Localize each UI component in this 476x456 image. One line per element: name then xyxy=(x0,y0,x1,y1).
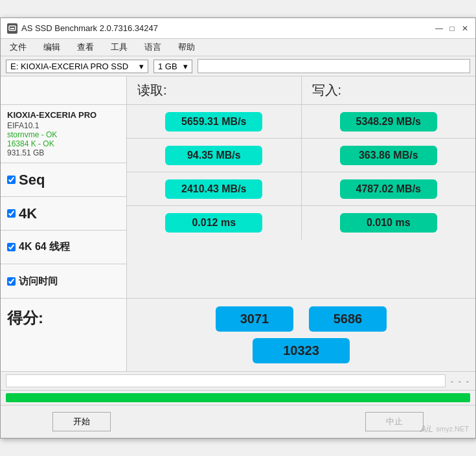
read-header: 读取: xyxy=(127,76,302,104)
app-icon xyxy=(7,23,17,34)
access-row-label: 访问时间 xyxy=(1,264,126,298)
window-controls: — □ ✕ xyxy=(435,25,469,32)
left-info-panel: KIOXIA-EXCERIA PRO EIFA10.1 stornvme - O… xyxy=(1,105,127,298)
4k-write-cell: 363.86 MB/s xyxy=(302,139,476,172)
status-bar: - - - xyxy=(1,372,475,391)
seq-checkbox[interactable] xyxy=(7,176,16,184)
app-window: AS SSD Benchmark 2.0.7316.34247 — □ ✕ 文件… xyxy=(0,17,476,439)
watermark-area: AiL smyz.NET xyxy=(420,424,469,434)
toolbar: E: KIOXIA-EXCERIA PRO SSD ▾ 1 GB ▾ xyxy=(1,56,475,76)
button-row: 开始 中止 AiL smyz.NET xyxy=(1,405,475,438)
seq-row-label: Seq xyxy=(1,163,126,197)
status-dots: - - - xyxy=(451,376,470,386)
size-select[interactable]: 1 GB ▾ xyxy=(153,60,192,73)
green-progress-bar xyxy=(6,393,470,402)
size-label: 1 GB xyxy=(158,62,177,71)
score-write-box: 5686 xyxy=(309,306,387,332)
4k64-write-value: 4787.02 MB/s xyxy=(340,179,437,199)
block-status: 16384 K - OK xyxy=(7,139,120,148)
seq-read-value: 5659.31 MB/s xyxy=(165,112,262,131)
4k64-write-cell: 4787.02 MB/s xyxy=(302,172,476,205)
write-header: 写入: xyxy=(302,76,476,104)
4k-read-cell: 94.35 MB/s xyxy=(127,139,302,172)
4k-row-label: 4K xyxy=(1,197,126,231)
4k-result-row: 94.35 MB/s 363.86 MB/s xyxy=(127,139,475,172)
menu-tools[interactable]: 工具 xyxy=(106,40,133,54)
data-section: KIOXIA-EXCERIA PRO EIFA10.1 stornvme - O… xyxy=(1,105,475,298)
start-button[interactable]: 开始 xyxy=(52,412,111,431)
maximize-button[interactable]: □ xyxy=(448,25,456,32)
4k-checkbox[interactable] xyxy=(7,209,16,218)
score-values: 3071 5686 10323 xyxy=(127,299,475,371)
main-area: 读取: 写入: KIOXIA-EXCERIA PRO EIFA10.1 stor… xyxy=(1,76,475,405)
4k64-checkbox[interactable] xyxy=(7,243,16,251)
svg-rect-1 xyxy=(10,28,14,29)
menu-view[interactable]: 查看 xyxy=(72,40,99,54)
results-columns: 5659.31 MB/s 5348.29 MB/s 94.35 MB/s 363… xyxy=(127,105,475,298)
score-label: 得分: xyxy=(1,299,127,371)
access-write-cell: 0.010 ms xyxy=(302,206,476,240)
menu-bar: 文件 编辑 查看 工具 语言 帮助 xyxy=(1,39,475,56)
score-read-write-row: 3071 5686 xyxy=(216,306,387,332)
drive-select[interactable]: E: KIOXIA-EXCERIA PRO SSD ▾ xyxy=(6,60,148,73)
stop-button[interactable]: 中止 xyxy=(365,412,424,431)
status-field xyxy=(6,374,446,387)
score-section: 得分: 3071 5686 10323 xyxy=(1,298,475,372)
4k-read-value: 94.35 MB/s xyxy=(165,146,262,165)
driver-status: stornvme - OK xyxy=(7,130,120,139)
menu-file[interactable]: 文件 xyxy=(5,40,32,54)
menu-edit[interactable]: 编辑 xyxy=(38,40,65,54)
4k-write-value: 363.86 MB/s xyxy=(340,146,437,165)
drive-size: 931.51 GB xyxy=(7,148,120,157)
minimize-button[interactable]: — xyxy=(435,25,443,32)
score-read-box: 3071 xyxy=(216,306,293,332)
access-read-value: 0.012 ms xyxy=(165,213,262,233)
4k64-result-row: 2410.43 MB/s 4787.02 MB/s xyxy=(127,172,475,206)
firmware: EIFA10.1 xyxy=(7,121,120,130)
column-headers: 读取: 写入: xyxy=(1,76,475,105)
ail-text: AiL xyxy=(420,424,433,434)
green-bar-container xyxy=(1,391,475,405)
drive-arrow: ▾ xyxy=(139,62,144,71)
access-write-value: 0.010 ms xyxy=(340,213,437,233)
smyz-text: smyz.NET xyxy=(436,425,469,433)
drive-name: KIOXIA-EXCERIA PRO xyxy=(7,110,120,120)
seq-write-cell: 5348.29 MB/s xyxy=(302,105,476,138)
access-checkbox[interactable] xyxy=(7,277,16,286)
close-button[interactable]: ✕ xyxy=(461,25,469,32)
4k64-read-value: 2410.43 MB/s xyxy=(165,179,262,199)
menu-lang[interactable]: 语言 xyxy=(139,40,166,54)
drive-details: KIOXIA-EXCERIA PRO EIFA10.1 stornvme - O… xyxy=(1,105,126,163)
menu-help[interactable]: 帮助 xyxy=(173,40,200,54)
access-read-cell: 0.012 ms xyxy=(127,206,302,240)
seq-read-cell: 5659.31 MB/s xyxy=(127,105,302,138)
title-bar-left: AS SSD Benchmark 2.0.7316.34247 xyxy=(7,23,158,34)
left-header-empty xyxy=(1,76,127,104)
access-result-row: 0.012 ms 0.010 ms xyxy=(127,206,475,240)
progress-bar xyxy=(198,59,470,73)
drive-label: E: KIOXIA-EXCERIA PRO SSD xyxy=(10,62,128,71)
4k64-read-cell: 2410.43 MB/s xyxy=(127,172,302,205)
title-bar: AS SSD Benchmark 2.0.7316.34247 — □ ✕ xyxy=(1,18,475,39)
seq-result-row: 5659.31 MB/s 5348.29 MB/s xyxy=(127,105,475,139)
app-title: AS SSD Benchmark 2.0.7316.34247 xyxy=(21,23,158,33)
score-total-box: 10323 xyxy=(253,338,350,363)
seq-write-value: 5348.29 MB/s xyxy=(340,112,437,131)
4k64-row-label: 4K 64 线程 xyxy=(1,231,126,264)
size-arrow: ▾ xyxy=(183,62,188,71)
